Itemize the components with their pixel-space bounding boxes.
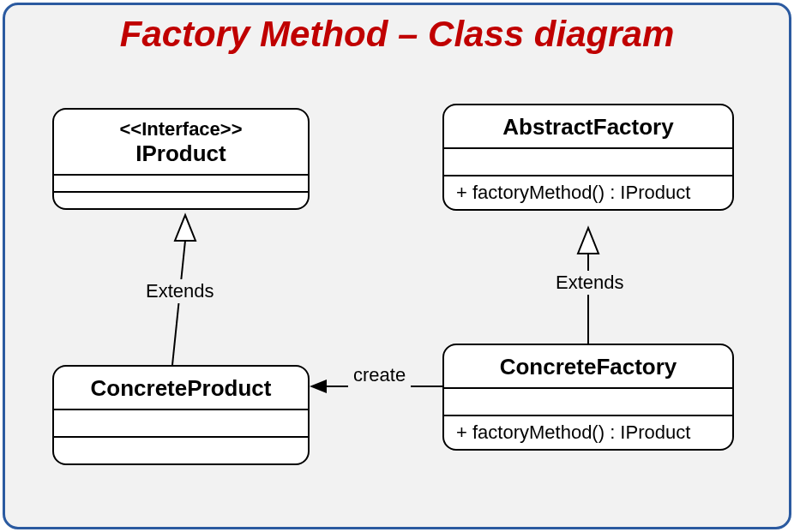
class-concretefactory-name: ConcreteFactory — [456, 354, 720, 380]
class-concretefactory-attrs — [444, 387, 732, 415]
class-iproduct-stereotype: <<Interface>> — [66, 118, 296, 140]
class-concretefactory-ops: + factoryMethod() : IProduct — [444, 415, 732, 449]
class-iproduct: <<Interface>> IProduct — [52, 108, 310, 210]
svg-marker-3 — [578, 228, 599, 254]
label-extends-2: Extends — [550, 271, 629, 295]
class-iproduct-name: IProduct — [66, 140, 296, 167]
class-concreteproduct-ops — [54, 436, 308, 463]
class-iproduct-ops — [54, 191, 308, 208]
class-concreteproduct: ConcreteProduct — [52, 365, 310, 465]
class-concreteproduct-attrs — [54, 409, 308, 436]
class-concreteproduct-head: ConcreteProduct — [54, 367, 308, 409]
diagram-title: Factory Method – Class diagram — [5, 14, 789, 55]
class-iproduct-attrs — [54, 174, 308, 191]
svg-marker-1 — [175, 215, 195, 241]
class-iproduct-head: <<Interface>> IProduct — [54, 110, 308, 174]
class-concretefactory-head: ConcreteFactory — [444, 345, 732, 387]
class-abstractfactory-ops: + factoryMethod() : IProduct — [444, 175, 732, 209]
label-create: create — [348, 363, 411, 387]
class-abstractfactory-name: AbstractFactory — [456, 114, 720, 140]
class-abstractfactory-head: AbstractFactory — [444, 105, 732, 147]
class-concretefactory: ConcreteFactory + factoryMethod() : IPro… — [442, 344, 734, 451]
class-abstractfactory-attrs — [444, 147, 732, 175]
class-abstractfactory: AbstractFactory + factoryMethod() : IPro… — [442, 104, 734, 211]
diagram-frame: Factory Method – Class diagram <<Interfa… — [3, 3, 791, 529]
class-concreteproduct-name: ConcreteProduct — [66, 375, 296, 402]
svg-marker-5 — [310, 380, 327, 393]
label-extends-1: Extends — [141, 279, 220, 303]
